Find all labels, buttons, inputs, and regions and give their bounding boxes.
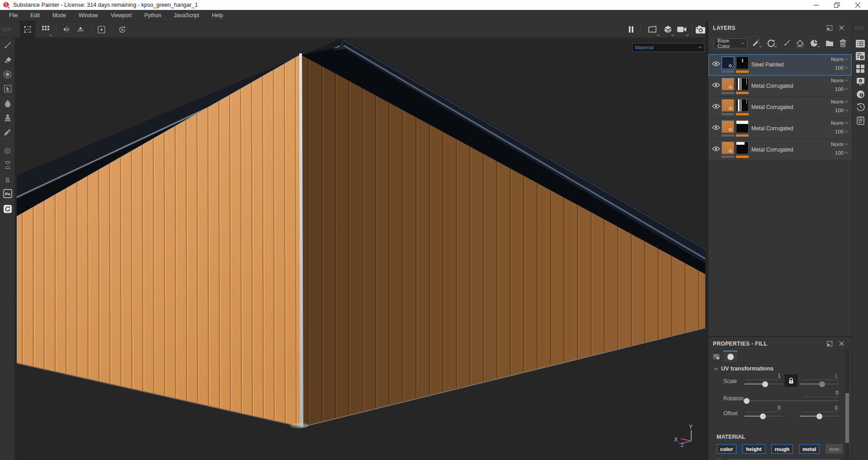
close-button[interactable] [847, 0, 868, 10]
layer-mask-thumbnail[interactable] [736, 57, 749, 69]
add-folder-button[interactable] [826, 40, 834, 47]
layer-row-metal-corrugated-3[interactable]: Metal Corrugated Norm 100 [708, 118, 852, 139]
layer-row-metal-corrugated-1[interactable]: Metal Corrugated Norm 100 [708, 76, 852, 97]
layer-row-metal-corrugated-2[interactable]: Metal Corrugated Norm 100 [708, 97, 852, 118]
menu-file[interactable]: File [3, 10, 24, 21]
symmetry-button[interactable] [74, 21, 87, 38]
texture-set-list-dock-icon[interactable] [855, 63, 866, 74]
pause-engine-button[interactable] [625, 21, 637, 38]
layer-mask-thumbnail[interactable] [736, 120, 749, 133]
opacity-dropdown[interactable]: 100 [835, 65, 848, 71]
material-picker-tool-button[interactable] [0, 126, 15, 138]
add-paint-layer-button[interactable] [783, 39, 790, 47]
scale-y-value[interactable]: 1 [802, 373, 838, 380]
smudge-tool-button[interactable] [0, 97, 15, 109]
polygon-fill-tool-button[interactable] [0, 82, 15, 95]
rotation-value[interactable]: 0 [803, 390, 839, 397]
menu-javascript[interactable]: JavaScript [168, 10, 206, 21]
visibility-eye-icon[interactable] [712, 125, 720, 130]
layer-mask-thumbnail[interactable] [736, 78, 749, 90]
shader-settings-dock-icon[interactable] [855, 89, 866, 100]
uv-grid-button[interactable] [39, 21, 52, 38]
minimize-button[interactable] [806, 0, 826, 10]
float-panel-icon[interactable] [824, 24, 835, 33]
opacity-dropdown[interactable]: 100 [835, 86, 848, 92]
blend-mode-dropdown[interactable]: Norm [831, 120, 848, 126]
layer-color-thumbnail[interactable] [722, 142, 734, 154]
offset-y-value[interactable]: 0 [802, 405, 838, 412]
add-fill-layer-button[interactable] [796, 39, 804, 47]
particles-tool-button[interactable] [0, 144, 15, 157]
resources-updater-icon[interactable] [0, 203, 15, 215]
rotation-slider[interactable] [745, 400, 839, 401]
visibility-eye-icon[interactable] [712, 82, 720, 88]
menu-viewport[interactable]: Viewport [104, 10, 138, 21]
display-settings-dock-icon[interactable] [855, 76, 866, 87]
menu-mode[interactable]: Mode [46, 10, 72, 21]
blend-mode-dropdown[interactable]: Norm [831, 78, 848, 83]
collapse-chevron-icon[interactable] [714, 366, 718, 370]
projection-tool-button[interactable] [0, 68, 15, 81]
properties-scrollbar[interactable] [845, 350, 849, 460]
screenshot-button[interactable] [694, 21, 706, 38]
add-effect-button[interactable] [810, 39, 820, 47]
menu-window[interactable]: Window [72, 10, 104, 21]
layer-mask-thumbnail[interactable] [736, 99, 749, 112]
substance-source-icon[interactable]: S [0, 173, 15, 186]
visibility-eye-icon[interactable] [712, 104, 720, 109]
visibility-eye-icon[interactable] [712, 146, 720, 152]
eraser-tool-button[interactable] [0, 53, 15, 66]
camera-view-button[interactable] [675, 21, 689, 38]
opacity-dropdown[interactable]: 100 [835, 108, 848, 113]
layers-dock-icon[interactable] [855, 38, 866, 49]
dock-grip-handle[interactable] [855, 26, 863, 30]
channel-filter-dropdown[interactable]: Base Color [714, 38, 747, 48]
history-dock-icon[interactable] [855, 101, 866, 112]
viewport-mode-button[interactable] [646, 21, 660, 38]
menu-help[interactable]: Help [206, 10, 230, 21]
channel-rough-button[interactable]: rough [771, 444, 793, 454]
photoshop-plugin-icon[interactable]: Ps [0, 187, 15, 200]
reset-rotation-button[interactable] [115, 21, 129, 38]
transform-tool-button[interactable] [20, 21, 35, 38]
visibility-eye-icon[interactable] [712, 61, 720, 66]
texture-set-settings-dock-icon[interactable] [855, 51, 866, 62]
layer-color-thumbnail[interactable] [722, 78, 734, 90]
close-panel-icon[interactable] [835, 339, 847, 348]
opacity-dropdown[interactable]: 100 [835, 150, 848, 156]
scale-y-slider[interactable] [800, 384, 839, 384]
blend-mode-dropdown[interactable]: Norm [831, 99, 848, 104]
layer-row-steel-painted[interactable]: Steel Painted Norm 100 [708, 54, 852, 76]
3d-viewport[interactable]: X Z Y Material [15, 38, 705, 460]
offset-x-slider[interactable] [745, 416, 783, 417]
scale-x-slider[interactable] [745, 384, 783, 384]
layer-color-thumbnail[interactable] [722, 99, 734, 112]
toolbar-grip-handle[interactable] [2, 28, 10, 31]
add-smart-mask-button[interactable] [767, 39, 777, 47]
layer-row-metal-corrugated-4[interactable]: Metal Corrugated Norm 100 [708, 139, 852, 161]
blend-mode-dropdown[interactable]: Norm [831, 57, 848, 62]
shading-mode-dropdown[interactable]: Material [632, 43, 704, 52]
restore-button[interactable] [826, 0, 847, 10]
layer-color-thumbnail[interactable] [722, 120, 734, 133]
mirror-button[interactable] [60, 21, 73, 38]
clone-tool-button[interactable] [0, 111, 15, 124]
focus-camera-button[interactable] [94, 21, 108, 38]
close-panel-icon[interactable] [835, 24, 847, 33]
opacity-dropdown[interactable]: 100 [835, 129, 848, 134]
layer-mask-thumbnail[interactable] [736, 142, 749, 154]
scale-x-value[interactable]: 1 [745, 373, 781, 380]
channel-color-button[interactable]: color [717, 444, 736, 454]
tab-properties-list[interactable] [709, 351, 723, 362]
layer-color-thumbnail[interactable] [722, 57, 734, 69]
channel-nrm-button[interactable]: nrm [826, 444, 843, 454]
menu-python[interactable]: Python [138, 10, 167, 21]
channel-height-button[interactable]: height [742, 444, 765, 454]
offset-y-slider[interactable] [800, 416, 839, 417]
menu-edit[interactable]: Edit [24, 10, 46, 21]
scale-lock-button[interactable] [785, 375, 797, 387]
bake-hourglass-icon[interactable] [0, 159, 15, 171]
offset-x-value[interactable]: 0 [745, 405, 781, 412]
log-dock-icon[interactable] [855, 115, 866, 126]
delete-layer-button[interactable] [840, 39, 846, 47]
